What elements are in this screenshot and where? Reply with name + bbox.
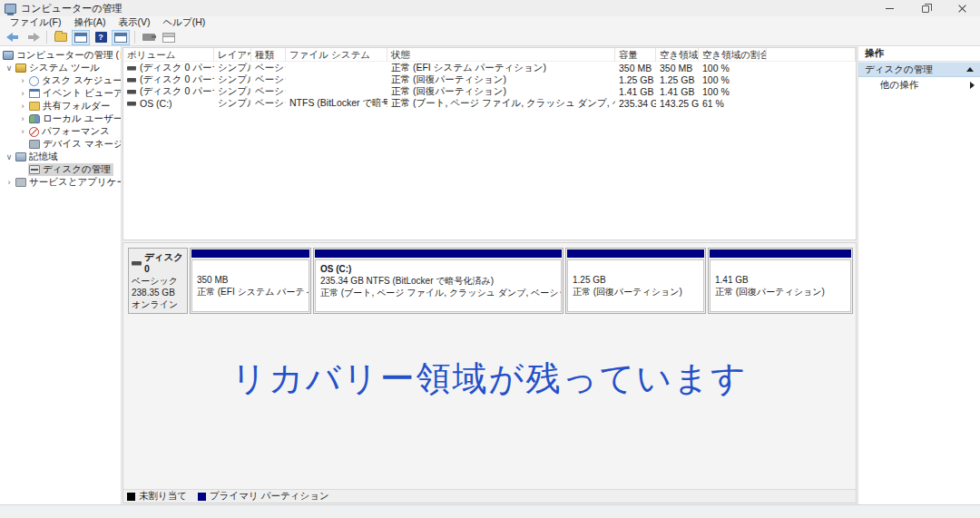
legend: 未割り当て プライマリ パーティション	[123, 489, 856, 503]
more-actions-item[interactable]: 他の操作	[858, 77, 980, 93]
new-window-button[interactable]	[160, 30, 178, 45]
tree-item-event-viewer[interactable]: › イベント ビューアー	[0, 87, 121, 100]
properties-button[interactable]	[140, 30, 158, 45]
type-cell: ベーシック	[251, 85, 286, 97]
show-console-tree-button[interactable]	[72, 30, 90, 45]
event-viewer-icon	[29, 89, 40, 98]
capacity-cell: 235.34 GB	[615, 97, 656, 109]
free-percent-cell: 61 %	[699, 97, 767, 109]
free-percent-cell: 100 %	[699, 73, 767, 85]
chevron-right-icon[interactable]: ›	[17, 114, 28, 123]
tree-item-computer-management[interactable]: コンピューターの管理 (ローカル)	[0, 49, 121, 62]
filesystem-cell	[286, 62, 387, 73]
filesystem-cell: NTFS (BitLocker で暗号化済み)	[286, 97, 387, 109]
volume-row[interactable]: (ディスク 0 パーティション 1) シンプル ベーシック 正常 (EFI シス…	[123, 62, 856, 73]
local-users-groups-icon	[29, 114, 40, 123]
toolbar-separator	[46, 31, 47, 44]
actions-group-label: ディスクの管理	[865, 64, 933, 76]
unallocated-swatch-icon	[127, 493, 135, 501]
volume-name-cell: OS (C:)	[123, 97, 214, 109]
chevron-right-icon[interactable]: ›	[17, 76, 28, 85]
tree-item-task-scheduler[interactable]: › タスク スケジューラ	[0, 74, 121, 87]
chevron-right-icon[interactable]: ›	[4, 178, 15, 187]
restore-icon	[922, 5, 929, 13]
minimize-button[interactable]	[871, 0, 907, 16]
volume-row[interactable]: (ディスク 0 パーティション 5) シンプル ベーシック 正常 (回復パーティ…	[123, 85, 856, 97]
type-cell: ベーシック	[251, 73, 286, 85]
volume-name-cell: (ディスク 0 パーティション 5)	[123, 85, 214, 97]
graphical-view: ディスク 0 ベーシック 238.35 GB オンライン 350 MB 正常 (…	[122, 242, 857, 503]
partition-size: 1.25 GB	[573, 274, 699, 286]
tree-item-services-applications[interactable]: › サービスとアプリケーション	[0, 176, 121, 189]
column-header-free-space[interactable]: 空き領域	[656, 48, 699, 61]
partition-status: 正常 (回復パーティション)	[573, 286, 699, 298]
tree-label: システム ツール	[29, 62, 100, 74]
partition-efi[interactable]: 350 MB 正常 (EFI システム パーティション)	[190, 248, 311, 314]
column-header-status[interactable]: 状態	[387, 48, 615, 61]
volume-icon	[127, 90, 136, 93]
tree-item-performance[interactable]: › パフォーマンス	[0, 125, 121, 138]
partition-recovery-2[interactable]: 1.41 GB 正常 (回復パーティション)	[708, 248, 853, 314]
filler-cell	[767, 97, 856, 109]
tree-item-shared-folders[interactable]: › 共有フォルダー	[0, 100, 121, 112]
volume-row[interactable]: OS (C:) シンプル ベーシック NTFS (BitLocker で暗号化済…	[123, 97, 856, 109]
tree-label: タスク スケジューラ	[42, 74, 122, 87]
tree-label: コンピューターの管理 (ローカル)	[16, 49, 122, 62]
primary-partition-swatch-icon	[198, 493, 206, 501]
close-button[interactable]	[944, 0, 980, 16]
show-action-pane-button[interactable]	[112, 30, 130, 45]
tree-item-system-tools[interactable]: ∨ システム ツール	[0, 62, 121, 74]
folder-up-icon	[54, 33, 67, 42]
computer-icon	[3, 51, 14, 60]
column-header-layout[interactable]: レイアウト	[214, 48, 251, 61]
tree-item-storage[interactable]: ∨ 記憶域	[0, 151, 121, 163]
tree-item-disk-management[interactable]: ディスクの管理	[0, 163, 121, 176]
free-space-cell: 1.25 GB	[656, 73, 699, 85]
tree-item-local-users-groups[interactable]: › ローカル ユーザーとグループ	[0, 112, 121, 125]
window-title: コンピューターの管理	[21, 2, 122, 15]
tree-label: ローカル ユーザーとグループ	[43, 112, 122, 125]
partition-size: 1.41 GB	[715, 274, 846, 286]
menu-file[interactable]: ファイル(F)	[4, 16, 67, 29]
column-header-volume[interactable]: ボリューム	[123, 48, 214, 61]
collapse-icon[interactable]	[966, 67, 974, 72]
free-percent-cell: 100 %	[699, 85, 767, 97]
tree-item-device-manager[interactable]: デバイス マネージャー	[0, 138, 121, 151]
disk-0-label[interactable]: ディスク 0 ベーシック 238.35 GB オンライン	[128, 248, 188, 314]
status-cell: 正常 (回復パーティション)	[387, 85, 615, 97]
menu-view[interactable]: 表示(V)	[112, 16, 156, 29]
main-area: コンピューターの管理 (ローカル) ∨ システム ツール › タスク スケジュー…	[0, 46, 980, 504]
column-header-capacity[interactable]: 容量	[615, 48, 656, 61]
actions-group-disk-management[interactable]: ディスクの管理	[858, 62, 980, 77]
disk-management-icon	[29, 165, 40, 174]
capacity-cell: 350 MB	[615, 62, 656, 73]
toolbar: ?	[0, 29, 980, 46]
chevron-down-icon[interactable]: ∨	[4, 64, 15, 73]
layout-cell: シンプル	[214, 85, 251, 97]
action-pane-icon	[114, 33, 127, 43]
volume-icon	[127, 78, 136, 82]
partition-status: 正常 (回復パーティション)	[715, 286, 846, 298]
column-header-type[interactable]: 種類	[251, 48, 286, 61]
storage-icon	[15, 152, 26, 161]
menu-help[interactable]: ヘルプ(H)	[156, 16, 211, 29]
menubar: ファイル(F) 操作(A) 表示(V) ヘルプ(H)	[0, 16, 980, 29]
chevron-down-icon[interactable]: ∨	[4, 152, 15, 161]
chevron-right-icon[interactable]: ›	[17, 89, 28, 98]
help-button[interactable]: ?	[92, 30, 110, 45]
primary-partition-bar	[567, 249, 704, 258]
restore-button[interactable]	[907, 0, 944, 16]
column-header-free-percent[interactable]: 空き領域の割合	[699, 48, 767, 61]
menu-action[interactable]: 操作(A)	[67, 16, 112, 29]
volume-row[interactable]: (ディスク 0 パーティション 4) シンプル ベーシック 正常 (回復パーティ…	[123, 73, 856, 85]
partition-os-c[interactable]: OS (C:) 235.34 GB NTFS (BitLocker で暗号化済み…	[313, 248, 564, 314]
status-cell: 正常 (ブート, ページ ファイル, クラッシュ ダンプ, ベーシック データ …	[387, 97, 615, 109]
partition-recovery-1[interactable]: 1.25 GB 正常 (回復パーティション)	[565, 248, 706, 314]
up-level-button[interactable]	[52, 30, 70, 45]
chevron-right-icon[interactable]: ›	[17, 102, 28, 111]
disk-size: 238.35 GB	[132, 287, 184, 298]
back-button[interactable]	[4, 30, 22, 45]
forward-button[interactable]	[24, 30, 42, 45]
chevron-right-icon[interactable]: ›	[17, 127, 28, 136]
column-header-filesystem[interactable]: ファイル システム	[286, 48, 387, 61]
